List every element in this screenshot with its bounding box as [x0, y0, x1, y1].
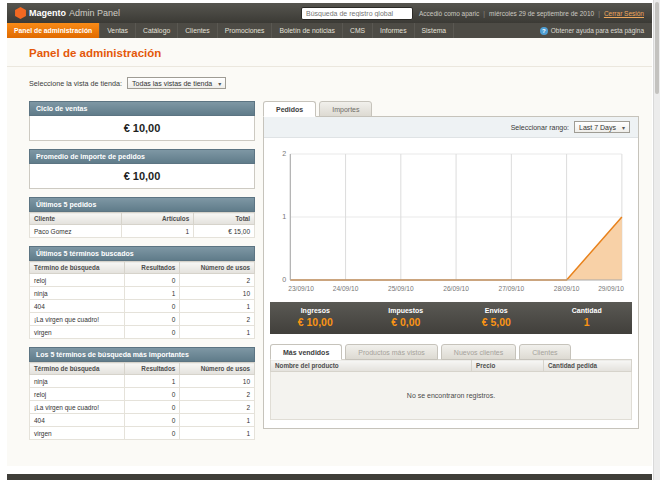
table-header-row: Nombre del producto Precio Cantidad pedi…: [271, 360, 632, 372]
cell: ¡La virgen que cuadro!: [30, 401, 125, 414]
cell: 0: [125, 414, 180, 427]
nav-item-catalogo[interactable]: Catálogo: [136, 23, 178, 38]
chart-area: 01223/09/1024/09/1025/09/1026/09/1027/09…: [264, 138, 638, 298]
nav-item-clientes[interactable]: Clientes: [178, 23, 218, 38]
table-row[interactable]: 404 0 1: [30, 414, 255, 427]
nav-item-informes[interactable]: Informes: [373, 23, 414, 38]
column-header: Nombre del producto: [271, 360, 472, 372]
svg-text:2: 2: [282, 151, 286, 158]
lifetime-sales-block: Ciclo de ventas € 10,00: [29, 101, 255, 141]
table-row[interactable]: ninja 1 10: [30, 375, 255, 388]
table-header-row: Término de búsqueda Resultados Número de…: [30, 363, 255, 375]
tab-pedidos[interactable]: Pedidos: [263, 101, 316, 117]
dashboard-panel: Seleccionar rango: Last 7 Days ▾ 01223/0…: [263, 116, 639, 429]
cell: 2: [180, 313, 255, 326]
store-view-select[interactable]: Todas las vistas de tienda ▾: [127, 77, 226, 89]
cell: 2: [180, 401, 255, 414]
cell: € 15,00: [194, 225, 255, 238]
tab-productos-mas-vistos[interactable]: Productos más vistos: [345, 344, 438, 360]
tab-importes[interactable]: Importes: [319, 101, 372, 117]
stat-cantidad: Cantidad 1: [542, 307, 633, 328]
top-search-terms-table: Término de búsqueda Resultados Número de…: [29, 362, 255, 440]
cell: Paco Gomez: [30, 225, 122, 238]
left-column: Ciclo de ventas € 10,00 Promedio de impo…: [29, 101, 255, 440]
cell: 1: [125, 375, 180, 388]
table-row[interactable]: ¡La virgen que cuadro! 0 2: [30, 313, 255, 326]
stat-label: Envíos: [451, 307, 542, 314]
dashboard-columns: Ciclo de ventas € 10,00 Promedio de impo…: [7, 93, 652, 440]
cell: 0: [125, 300, 180, 313]
table-row[interactable]: ninja 1 10: [30, 287, 255, 300]
magento-logo-icon: [15, 7, 26, 19]
nav-item-dashboard[interactable]: Panel de administración: [7, 23, 100, 38]
top-header-bar: Magento Admin Panel Accedió como aparic …: [7, 3, 652, 23]
tab-clientes[interactable]: Clientes: [519, 344, 570, 360]
last-orders-header: Últimos 5 pedidos: [29, 197, 255, 212]
magento-logo: Magento Admin Panel: [15, 7, 120, 19]
table-row[interactable]: Paco Gomez 1 € 15,00: [30, 225, 255, 238]
svg-text:23/09/10: 23/09/10: [288, 285, 314, 292]
column-header: Número de usos: [180, 363, 255, 375]
table-header-row: Término de búsqueda Resultados Número de…: [30, 262, 255, 274]
table-row[interactable]: ¡La virgen que cuadro! 0 2: [30, 401, 255, 414]
table-row[interactable]: virgen 0 1: [30, 427, 255, 440]
cell: 1: [180, 427, 255, 440]
column-header: Cliente: [30, 213, 122, 225]
empty-row: No se encontraron registros.: [271, 372, 632, 420]
stat-label: Impuestos: [361, 307, 452, 314]
table-row[interactable]: virgen 0 1: [30, 326, 255, 339]
cell: 404: [30, 414, 125, 427]
nav-item-ventas[interactable]: Ventas: [100, 23, 136, 38]
empty-records-message: No se encontraron registros.: [271, 372, 632, 420]
column-header: Precio: [472, 360, 544, 372]
cell: reloj: [30, 388, 125, 401]
cell: 0: [125, 427, 180, 440]
cell: 1: [180, 300, 255, 313]
logout-link[interactable]: Cerrar Sesión: [604, 10, 644, 17]
stat-ingresos: Ingresos € 10,00: [270, 307, 361, 328]
nav-item-boletin[interactable]: Boletín de noticias: [272, 23, 343, 38]
range-select[interactable]: Last 7 Days ▾: [574, 121, 630, 133]
stat-envios: Envíos € 5,00: [451, 307, 542, 328]
cell: 404: [30, 300, 125, 313]
nav-item-sistema[interactable]: Sistema: [415, 23, 455, 38]
stat-value: 1: [542, 316, 633, 328]
cell: 0: [125, 388, 180, 401]
average-orders-value: € 10,00: [29, 164, 255, 189]
logged-in-as-text: Accedió como aparic: [419, 10, 479, 17]
svg-text:27/09/10: 27/09/10: [498, 285, 524, 292]
average-orders-header: Promedio de importe de pedidos: [29, 149, 255, 164]
table-row[interactable]: 404 0 1: [30, 300, 255, 313]
cell: 0: [125, 274, 180, 287]
column-header: Número de usos: [180, 262, 255, 274]
nav-item-promociones[interactable]: Promociones: [218, 23, 273, 38]
help-link[interactable]: ? Obtener ayuda para esta página: [532, 23, 652, 38]
range-selector-row: Seleccionar rango: Last 7 Days ▾: [264, 117, 638, 138]
table-row[interactable]: reloj 0 2: [30, 274, 255, 287]
stat-label: Ingresos: [270, 307, 361, 314]
magento-admin-window: Magento Admin Panel Accedió como aparic …: [0, 0, 660, 480]
last-search-terms-block: Últimos 5 términos buscados Término de b…: [29, 246, 255, 339]
browser-scrollbar[interactable]: [653, 0, 660, 480]
main-nav: Panel de administración Ventas Catálogo …: [7, 23, 652, 38]
scrollbar-thumb[interactable]: [655, 2, 659, 94]
tab-nuevos-clientes[interactable]: Nuevos clientes: [441, 344, 516, 360]
last-orders-block: Últimos 5 pedidos Cliente Artículos Tota…: [29, 197, 255, 238]
cell: 1: [180, 414, 255, 427]
stat-label: Cantidad: [542, 307, 633, 314]
store-view-row: Seleccione la vista de tienda: Todas las…: [7, 67, 652, 93]
cell: ninja: [30, 287, 125, 300]
last-orders-table: Cliente Artículos Total Paco Gomez 1 € 1…: [29, 212, 255, 238]
top-search-terms-header: Los 5 términos de búsqueda más important…: [29, 347, 255, 362]
cell: 1: [122, 225, 194, 238]
svg-text:0: 0: [282, 277, 286, 284]
nav-item-cms[interactable]: CMS: [343, 23, 373, 38]
tab-mas-vendidos[interactable]: Más vendidos: [270, 344, 342, 360]
last-search-terms-table: Término de búsqueda Resultados Número de…: [29, 261, 255, 339]
global-search-input[interactable]: [301, 7, 413, 20]
svg-text:29/09/10: 29/09/10: [598, 285, 624, 292]
cell: 2: [180, 388, 255, 401]
logo-suffix-text: Admin Panel: [69, 8, 120, 18]
svg-text:25/09/10: 25/09/10: [388, 285, 414, 292]
table-row[interactable]: reloj 0 2: [30, 388, 255, 401]
